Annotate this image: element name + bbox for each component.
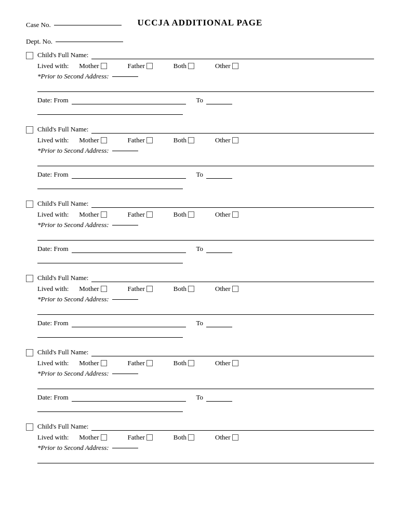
lived-with-label-5: Lived with: — [37, 359, 69, 367]
dept-no-label: Dept. No. — [26, 37, 52, 46]
prior-address-field-3[interactable] — [112, 225, 138, 225]
father-option-6[interactable]: Father — [128, 433, 153, 442]
prior-address-field-2[interactable] — [112, 151, 138, 151]
mother-checkbox-5[interactable] — [101, 360, 107, 366]
mother-option-3[interactable]: Mother — [79, 210, 106, 219]
other-option-1[interactable]: Other — [215, 62, 238, 70]
child-name-field-6[interactable] — [91, 422, 374, 431]
entry-3-checkbox[interactable] — [26, 201, 33, 208]
address-line-6[interactable] — [37, 455, 374, 463]
mother-option-4[interactable]: Mother — [79, 285, 106, 293]
mother-checkbox-4[interactable] — [101, 286, 107, 292]
date-to-label-2: To — [196, 170, 204, 179]
other-checkbox-1[interactable] — [232, 63, 238, 69]
date-from-field-2[interactable] — [72, 170, 186, 179]
father-label-6: Father — [128, 433, 145, 442]
father-checkbox-3[interactable] — [146, 211, 153, 218]
date-to-label-5: To — [196, 393, 204, 402]
address-line-1[interactable] — [37, 84, 374, 92]
mother-checkbox-1[interactable] — [101, 63, 107, 69]
both-option-3[interactable]: Both — [174, 210, 194, 219]
entry-5-checkbox[interactable] — [26, 349, 33, 356]
other-checkbox-6[interactable] — [232, 434, 238, 441]
entry-2-checkbox[interactable] — [26, 126, 33, 134]
prior-address-field-4[interactable] — [112, 299, 138, 300]
both-checkbox-2[interactable] — [188, 137, 194, 143]
case-no-field[interactable] — [54, 25, 122, 25]
child-name-field-4[interactable] — [91, 274, 374, 282]
child-name-field-1[interactable] — [91, 51, 374, 59]
entry-1-checkbox[interactable] — [26, 52, 33, 59]
date-from-field-5[interactable] — [72, 393, 186, 402]
other-label-4: Other — [215, 285, 231, 293]
both-option-1[interactable]: Both — [174, 62, 194, 70]
prior-address-field-1[interactable] — [112, 76, 138, 77]
other-checkbox-2[interactable] — [232, 137, 238, 143]
other-option-3[interactable]: Other — [215, 210, 238, 219]
both-checkbox-1[interactable] — [188, 63, 194, 69]
address-line-5[interactable] — [37, 381, 374, 389]
both-option-4[interactable]: Both — [174, 285, 194, 293]
both-checkbox-4[interactable] — [188, 286, 194, 292]
mother-checkbox-2[interactable] — [101, 137, 107, 143]
other-checkbox-4[interactable] — [232, 286, 238, 292]
mother-checkbox-6[interactable] — [101, 434, 107, 441]
address-line-3[interactable] — [37, 232, 374, 241]
date-from-label-2: Date: From — [37, 170, 69, 179]
both-label-3: Both — [174, 210, 186, 219]
father-option-4[interactable]: Father — [128, 285, 153, 293]
prior-address-field-5[interactable] — [112, 374, 138, 374]
date-from-field-1[interactable] — [72, 96, 186, 104]
father-checkbox-1[interactable] — [146, 63, 153, 69]
both-checkbox-5[interactable] — [188, 360, 194, 366]
date-second-line-1 — [37, 107, 183, 115]
date-from-field-4[interactable] — [72, 319, 186, 327]
address-line-4[interactable] — [37, 307, 374, 315]
entries-container: Child's Full Name: Lived with: Mother Fa… — [26, 51, 374, 468]
father-option-5[interactable]: Father — [128, 359, 153, 367]
other-label-5: Other — [215, 359, 231, 367]
both-checkbox-6[interactable] — [188, 434, 194, 441]
both-label-4: Both — [174, 285, 186, 293]
date-to-field-1[interactable] — [206, 96, 232, 104]
both-label-6: Both — [174, 433, 186, 442]
father-option-2[interactable]: Father — [128, 136, 153, 144]
both-option-6[interactable]: Both — [174, 433, 194, 442]
prior-address-field-6[interactable] — [112, 448, 138, 448]
date-to-field-4[interactable] — [206, 319, 232, 327]
entry-6-checkbox[interactable] — [26, 423, 33, 431]
child-name-field-3[interactable] — [91, 200, 374, 208]
mother-option-6[interactable]: Mother — [79, 433, 106, 442]
other-option-5[interactable]: Other — [215, 359, 238, 367]
child-name-field-5[interactable] — [91, 348, 374, 356]
mother-option-2[interactable]: Mother — [79, 136, 106, 144]
date-to-label-4: To — [196, 319, 204, 327]
father-option-1[interactable]: Father — [128, 62, 153, 70]
other-option-6[interactable]: Other — [215, 433, 238, 442]
dept-no-field[interactable] — [56, 42, 123, 42]
date-from-field-3[interactable] — [72, 245, 186, 253]
father-checkbox-6[interactable] — [146, 434, 153, 441]
other-option-2[interactable]: Other — [215, 136, 238, 144]
father-option-3[interactable]: Father — [128, 210, 153, 219]
other-option-4[interactable]: Other — [215, 285, 238, 293]
address-line-2[interactable] — [37, 158, 374, 166]
date-to-field-2[interactable] — [206, 170, 232, 179]
date-to-field-5[interactable] — [206, 393, 232, 402]
both-checkbox-3[interactable] — [188, 211, 194, 218]
father-checkbox-2[interactable] — [146, 137, 153, 143]
date-from-label-5: Date: From — [37, 393, 69, 402]
date-second-line-4 — [37, 329, 183, 338]
mother-option-5[interactable]: Mother — [79, 359, 106, 367]
both-option-5[interactable]: Both — [174, 359, 194, 367]
both-option-2[interactable]: Both — [174, 136, 194, 144]
father-checkbox-5[interactable] — [146, 360, 153, 366]
other-checkbox-3[interactable] — [232, 211, 238, 218]
other-checkbox-5[interactable] — [232, 360, 238, 366]
mother-checkbox-3[interactable] — [101, 211, 107, 218]
father-checkbox-4[interactable] — [146, 286, 153, 292]
entry-4-checkbox[interactable] — [26, 275, 33, 282]
child-name-field-2[interactable] — [91, 125, 374, 134]
date-to-field-3[interactable] — [206, 245, 232, 253]
mother-option-1[interactable]: Mother — [79, 62, 106, 70]
